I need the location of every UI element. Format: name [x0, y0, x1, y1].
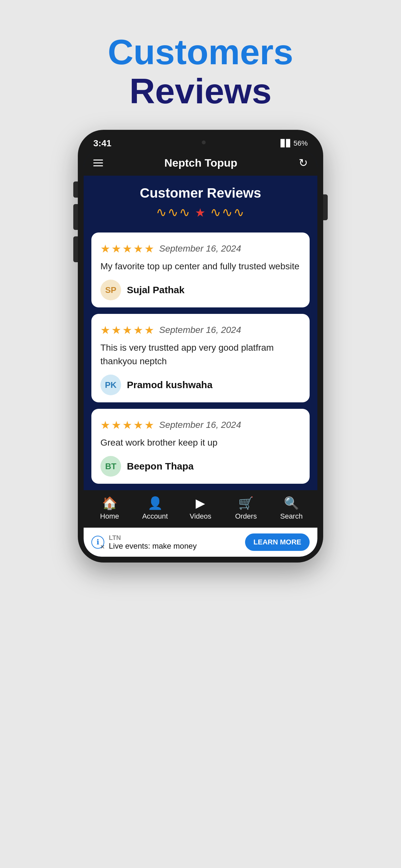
app-title: Neptch Topup	[164, 157, 237, 169]
account-icon: 👤	[148, 496, 163, 510]
section-header: Customer Reviews ∿∿∿ ★ ∿∿∿	[84, 176, 317, 226]
nav-item-home[interactable]: 🏠 Home	[93, 496, 126, 521]
star-icon: ★	[144, 323, 154, 337]
nav-item-videos[interactable]: ▶ Videos	[184, 496, 217, 521]
nav-label-orders: Orders	[235, 512, 257, 521]
review-card: ★★★★★ September 16, 2024 This is very tr…	[91, 314, 310, 402]
star-icon: ★	[100, 242, 110, 255]
star-rating: ★★★★★	[100, 418, 154, 431]
star-icon: ★	[112, 242, 121, 255]
reviewer-row: SP Sujal Pathak	[100, 280, 301, 300]
star-icon: ★	[133, 242, 143, 255]
status-time: 3:41	[93, 138, 112, 149]
star-icon: ★	[100, 418, 110, 431]
star-decoration: ★	[195, 206, 206, 219]
notch-camera	[202, 141, 206, 144]
nav-item-account[interactable]: 👤 Account	[139, 496, 171, 521]
search-icon: 🔍	[284, 496, 299, 510]
reviewer-avatar: BT	[100, 456, 121, 476]
section-title: Customer Reviews	[90, 185, 311, 201]
review-date: September 16, 2024	[159, 420, 241, 430]
review-text: My favorite top up center and fully trus…	[100, 259, 301, 273]
review-text: This is very trustted app very good plat…	[100, 341, 301, 368]
phone-power-button	[323, 194, 328, 220]
home-icon: 🏠	[102, 496, 117, 510]
reviewer-name: Pramod kushwaha	[127, 379, 212, 391]
battery-icon: 56%	[294, 139, 308, 148]
reviews-list: ★★★★★ September 16, 2024 My favorite top…	[84, 226, 317, 490]
reviewer-avatar: PK	[100, 375, 121, 395]
phone-volume-up-button	[73, 204, 78, 230]
nav-label-home: Home	[100, 512, 119, 521]
star-icon: ★	[122, 323, 132, 337]
status-icons: ▊▊ 56%	[281, 139, 308, 148]
star-icon: ★	[133, 418, 143, 431]
app-bar: Neptch Topup ↻	[84, 150, 317, 176]
videos-icon: ▶	[196, 496, 205, 510]
learn-more-button[interactable]: LEARN MORE	[245, 533, 310, 551]
star-icon: ★	[122, 242, 132, 255]
page-heading: Customers Reviews	[108, 32, 294, 111]
star-icon: ★	[144, 418, 154, 431]
ad-label-small: LTN	[109, 534, 197, 541]
review-header: ★★★★★ September 16, 2024	[100, 323, 301, 337]
reviewer-avatar: SP	[100, 280, 121, 300]
reviewer-row: BT Beepon Thapa	[100, 456, 301, 476]
phone-screen: Neptch Topup ↻ Customer Reviews ∿∿∿ ★ ∿∿…	[84, 150, 317, 557]
review-text: Great work brother keep it up	[100, 436, 301, 450]
ad-banner: ℹ ✕ LTN Live events: make money LEARN MO…	[84, 528, 317, 557]
hamburger-menu-button[interactable]	[93, 159, 103, 166]
star-rating: ★★★★★	[100, 242, 154, 255]
star-rating: ★★★★★	[100, 323, 154, 337]
signal-icon: ▊▊	[281, 139, 291, 148]
star-icon: ★	[100, 323, 110, 337]
nav-item-search[interactable]: 🔍 Search	[275, 496, 308, 521]
page-title-line2: Reviews	[108, 71, 294, 111]
phone-silent-button	[73, 182, 78, 197]
review-header: ★★★★★ September 16, 2024	[100, 418, 301, 431]
review-card: ★★★★★ September 16, 2024 My favorite top…	[91, 232, 310, 307]
phone-volume-down-button	[73, 237, 78, 262]
bottom-navigation: 🏠 Home 👤 Account ▶ Videos 🛒 Orders 🔍 Sea…	[84, 490, 317, 528]
reviewer-name: Sujal Pathak	[127, 284, 184, 296]
star-icon: ★	[122, 418, 132, 431]
review-date: September 16, 2024	[159, 325, 241, 335]
ad-info-icon: ℹ ✕	[91, 536, 104, 549]
ad-description: Live events: make money	[109, 541, 197, 551]
nav-label-videos: Videos	[190, 512, 212, 521]
review-header: ★★★★★ September 16, 2024	[100, 242, 301, 255]
wave-decoration: ∿∿∿ ★ ∿∿∿	[90, 205, 311, 220]
nav-item-orders[interactable]: 🛒 Orders	[230, 496, 262, 521]
star-icon: ★	[133, 323, 143, 337]
status-bar: 3:41 ▊▊ 56%	[84, 135, 317, 150]
notch	[181, 139, 220, 146]
star-icon: ★	[112, 418, 121, 431]
nav-label-account: Account	[142, 512, 168, 521]
refresh-button[interactable]: ↻	[299, 156, 308, 169]
ad-left-section: ℹ ✕ LTN Live events: make money	[91, 534, 197, 551]
reviewer-name: Beepon Thapa	[127, 461, 194, 472]
star-icon: ★	[112, 323, 121, 337]
page-title-line1: Customers	[108, 32, 294, 71]
reviewer-row: PK Pramod kushwaha	[100, 375, 301, 395]
ad-text-block: LTN Live events: make money	[109, 534, 197, 551]
phone-frame: 3:41 ▊▊ 56% Neptch Topup ↻ Customer Revi…	[78, 130, 323, 562]
orders-icon: 🛒	[238, 496, 253, 510]
nav-label-search: Search	[280, 512, 303, 521]
star-icon: ★	[144, 242, 154, 255]
review-card: ★★★★★ September 16, 2024 Great work brot…	[91, 409, 310, 484]
ad-close-icon[interactable]: ✕	[100, 544, 105, 551]
review-date: September 16, 2024	[159, 244, 241, 254]
